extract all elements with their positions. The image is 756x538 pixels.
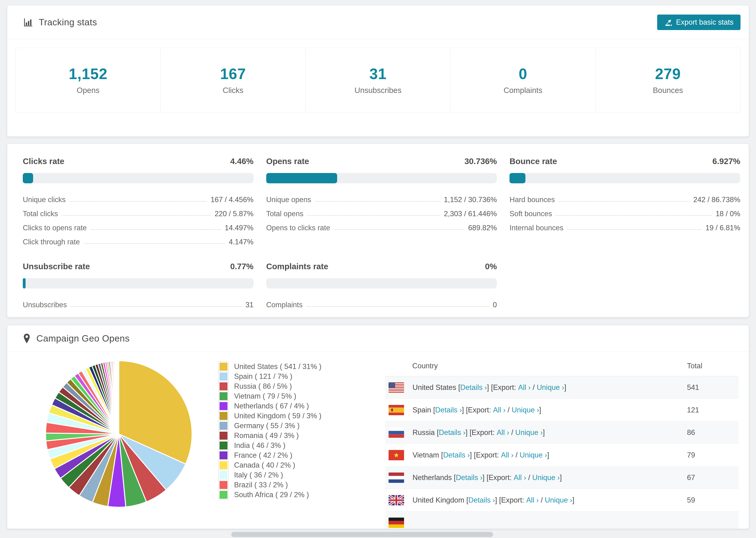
stat-value: 31 xyxy=(369,65,387,82)
metric-label: Click through rate xyxy=(23,238,80,246)
country-cell xyxy=(385,517,687,528)
details-link[interactable]: Details › xyxy=(456,473,482,482)
bracket-text: [ xyxy=(433,406,435,414)
bracket-text: [ xyxy=(454,473,456,482)
export-unique-link[interactable]: Unique › xyxy=(537,383,564,392)
export-unique-link[interactable]: Unique › xyxy=(515,428,543,437)
total-cell: 59 xyxy=(687,496,739,505)
bar-chart-icon xyxy=(23,17,33,27)
table-row-vietnam: Vietnam [Details ›] [Export: All › / Uni… xyxy=(385,444,739,466)
bracket-text: ] xyxy=(572,496,574,505)
bracket-text: ] [Export: xyxy=(487,383,518,392)
legend-swatch xyxy=(219,421,229,431)
metric-label: Opens to clicks rate xyxy=(266,224,330,232)
country-name: Spain xyxy=(412,406,433,414)
export-all-link[interactable]: All › xyxy=(526,496,539,505)
dotted-leader xyxy=(62,215,211,216)
pie-legend: United States ( 541 / 31% )Spain ( 121 /… xyxy=(219,362,321,500)
details-link[interactable]: Details › xyxy=(435,406,462,414)
metric-row-total-opens: Total opens2,303 / 61.446% xyxy=(266,204,497,218)
details-link[interactable]: Details › xyxy=(460,383,487,392)
legend-item: France ( 42 / 2% ) xyxy=(219,451,321,460)
dotted-leader xyxy=(71,306,242,307)
tracking-stats-card: Tracking stats Export basic stats 1,152O… xyxy=(7,5,749,136)
complaints-rate-block: Complaints rate0%Complaints0 xyxy=(266,262,497,309)
page-title: Tracking stats xyxy=(39,17,97,27)
details-link[interactable]: Details › xyxy=(468,496,495,505)
details-link[interactable]: Details › xyxy=(439,428,465,437)
details-link[interactable]: Details › xyxy=(443,451,470,459)
table-row-de xyxy=(385,511,739,529)
table-row-spain: Spain [Details ›] [Export: All › / Uniqu… xyxy=(385,399,739,421)
bracket-text: ] [Export: xyxy=(470,451,501,459)
legend-swatch xyxy=(219,401,229,411)
export-unique-link[interactable]: Unique › xyxy=(532,473,560,482)
clicks-rate-block: Clicks rate4.46%Unique clicks167 / 4.456… xyxy=(23,157,253,246)
opens-rate-progress-track xyxy=(266,173,497,183)
gb-flag-icon xyxy=(389,495,404,506)
legend-swatch xyxy=(219,372,229,381)
export-all-link[interactable]: All › xyxy=(518,383,531,392)
slash-text: / xyxy=(531,383,537,392)
dotted-leader xyxy=(307,215,440,216)
metric-label: Total opens xyxy=(266,210,303,218)
unsubscribe-rate-progress-fill xyxy=(23,278,26,289)
export-icon xyxy=(664,18,673,27)
bounce-rate-progress-fill xyxy=(510,173,525,183)
clicks-rate-progress-track xyxy=(23,173,253,183)
export-unique-link[interactable]: Unique › xyxy=(512,406,539,414)
export-all-link[interactable]: All › xyxy=(514,473,526,482)
table-row-united-kingdom: United Kingdom [Details ›] [Export: All … xyxy=(385,489,739,511)
geo-section-title: Campaign Geo Opens xyxy=(36,333,130,344)
legend-swatch xyxy=(219,362,229,372)
export-unique-link[interactable]: Unique › xyxy=(545,496,572,505)
horizontal-scrollbar-thumb[interactable] xyxy=(231,532,493,537)
bracket-text: [ xyxy=(458,383,460,392)
stat-label: Clicks xyxy=(223,86,243,95)
metric-label: Hard bounces xyxy=(510,195,555,204)
summary-stats: 1,152Opens167Clicks31Unsubscribes0Compla… xyxy=(16,48,740,112)
geo-content: United States ( 541 / 31% )Spain ( 121 /… xyxy=(7,352,749,529)
legend-swatch xyxy=(219,490,229,500)
export-unique-link[interactable]: Unique › xyxy=(519,451,547,459)
metric-value: 242 / 86.738% xyxy=(693,195,740,204)
unsubscribe-rate-head: Unsubscribe rate0.77% xyxy=(23,262,253,271)
country-cell: United States [Details ›] [Export: All ›… xyxy=(385,382,687,393)
legend-label: France ( 42 / 2% ) xyxy=(234,451,292,459)
geo-opens-pie-chart xyxy=(44,359,194,509)
legend-item: Spain ( 121 / 7% ) xyxy=(219,372,321,381)
legend-item: Netherlands ( 67 / 4% ) xyxy=(219,401,321,411)
metric-label: Internal bounces xyxy=(510,224,563,232)
legend-item: Brazil ( 33 / 2% ) xyxy=(219,480,321,490)
legend-label: Romania ( 49 / 3% ) xyxy=(234,431,299,440)
bracket-text: ] [Export: xyxy=(465,428,497,437)
nl-flag-icon xyxy=(389,472,404,483)
complaints-rate-value: 0% xyxy=(485,262,497,271)
legend-label: Spain ( 121 / 7% ) xyxy=(234,372,292,381)
bracket-text: [ xyxy=(441,451,443,459)
geo-opens-table: Country Total United States [Details ›] … xyxy=(385,355,739,529)
total-cell: 121 xyxy=(687,406,739,414)
export-all-link[interactable]: All › xyxy=(493,406,506,414)
export-all-link[interactable]: All › xyxy=(501,451,513,459)
dotted-leader xyxy=(90,229,221,230)
legend-label: Canada ( 40 / 2% ) xyxy=(234,461,295,469)
country-cell: Vietnam [Details ›] [Export: All › / Uni… xyxy=(385,450,687,460)
table-row-netherlands: Netherlands [Details ›] [Export: All › /… xyxy=(385,466,739,489)
legend-label: United States ( 541 / 31% ) xyxy=(234,362,321,371)
stat-value: 1,152 xyxy=(69,65,108,82)
unsubscribe-rate-progress-track xyxy=(23,278,253,289)
export-basic-stats-button[interactable]: Export basic stats xyxy=(657,15,740,30)
bracket-text: ] xyxy=(543,428,545,437)
legend-label: Netherlands ( 67 / 4% ) xyxy=(234,402,309,410)
metric-value: 220 / 5.87% xyxy=(215,210,253,218)
export-all-link[interactable]: All › xyxy=(497,428,509,437)
slash-text: / xyxy=(539,496,545,505)
vn-flag-icon xyxy=(389,450,404,460)
bracket-text: [ xyxy=(466,496,468,505)
country-name: Netherlands xyxy=(412,473,454,482)
dotted-leader xyxy=(70,201,207,202)
total-cell: 86 xyxy=(687,428,739,437)
country-name: United States xyxy=(412,383,458,392)
legend-item: Romania ( 49 / 3% ) xyxy=(219,431,321,441)
